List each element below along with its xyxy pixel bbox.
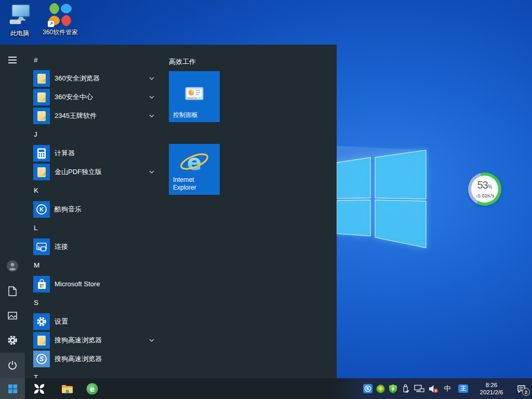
desktop-icon-label: 360软件管家 bbox=[41, 28, 80, 37]
this-pc-icon bbox=[8, 4, 31, 25]
petal-blue bbox=[59, 2, 73, 16]
tile-label: Internet Explorer bbox=[173, 176, 217, 192]
windows-logo-wallpaper bbox=[332, 145, 431, 255]
clock-time: 8:26 bbox=[475, 381, 508, 389]
start-menu: # 360安全浏览器 360安全中心 2345王牌软件 J bbox=[0, 45, 337, 378]
system-tray: K bbox=[363, 378, 532, 399]
360-pinwheel-icon bbox=[33, 383, 45, 395]
tray-usb-icon[interactable] bbox=[402, 384, 409, 393]
internet-explorer-icon: e bbox=[178, 148, 210, 177]
file-explorer-icon bbox=[61, 384, 73, 394]
memory-percent: 53 bbox=[477, 179, 487, 191]
desktop-icon-this-pc[interactable]: 此电脑 bbox=[0, 4, 39, 38]
desktop-screen: 此电脑 ↗ 360软件管家 53% ↓0.02K/s bbox=[0, 0, 532, 399]
tray-kugou-k: K bbox=[366, 387, 370, 391]
taskbar: e K bbox=[0, 378, 532, 399]
windows-start-icon bbox=[8, 384, 17, 393]
tile-label: 控制面板 bbox=[173, 111, 217, 119]
start-button[interactable] bbox=[0, 378, 25, 399]
taskbar-file-explorer-button[interactable] bbox=[58, 378, 76, 399]
start-menu-tiles-panel: 高效工作 控制面板 bbox=[0, 45, 337, 378]
tray-network-icon[interactable] bbox=[414, 384, 424, 393]
percent-unit: % bbox=[488, 184, 493, 190]
tray-ime-indicator[interactable]: 中 bbox=[443, 384, 451, 393]
taskbar-360-safeguard-button[interactable] bbox=[30, 378, 48, 399]
browser-e-letter: e bbox=[89, 384, 95, 393]
clock-date: 2021/2/6 bbox=[475, 389, 508, 396]
notification-count-badge: 2 bbox=[522, 388, 530, 396]
control-panel-icon bbox=[185, 87, 204, 101]
tile-group-title[interactable]: 高效工作 bbox=[169, 57, 196, 66]
desktop-icon-label: 此电脑 bbox=[0, 29, 39, 38]
360-browser-e-icon: e bbox=[86, 383, 98, 395]
tray-360-shield-icon[interactable] bbox=[389, 384, 397, 393]
tile-internet-explorer[interactable]: e Internet Explorer bbox=[169, 144, 220, 195]
petal-green bbox=[47, 2, 61, 16]
speed-ball-face: 53% ↓0.02K/s bbox=[471, 176, 498, 203]
speed-ball-widget[interactable]: 53% ↓0.02K/s bbox=[468, 172, 501, 206]
petal-red bbox=[59, 14, 73, 28]
tray-wang-input-icon[interactable]: 王 bbox=[458, 384, 468, 393]
shortcut-arrow-icon: ↗ bbox=[48, 21, 54, 27]
desktop-icon-360-software-manager[interactable]: ↗ 360软件管家 bbox=[41, 3, 80, 37]
taskbar-clock[interactable]: 8:26 2021/2/6 bbox=[475, 381, 508, 396]
tray-volume-muted-icon[interactable] bbox=[429, 384, 438, 393]
taskbar-360-browser-button[interactable]: e bbox=[83, 378, 101, 399]
ie-e-letter: e bbox=[187, 150, 202, 175]
notification-center-button[interactable]: 2 bbox=[514, 378, 528, 399]
tray-360-antivirus-icon[interactable] bbox=[376, 384, 385, 393]
tile-control-panel[interactable]: 控制面板 bbox=[169, 71, 220, 122]
wang-character: 王 bbox=[460, 385, 466, 392]
360-software-manager-icon: ↗ bbox=[49, 3, 72, 26]
download-speed: 0.02K/s bbox=[477, 193, 494, 198]
tray-kugou-icon[interactable]: K bbox=[363, 384, 373, 393]
